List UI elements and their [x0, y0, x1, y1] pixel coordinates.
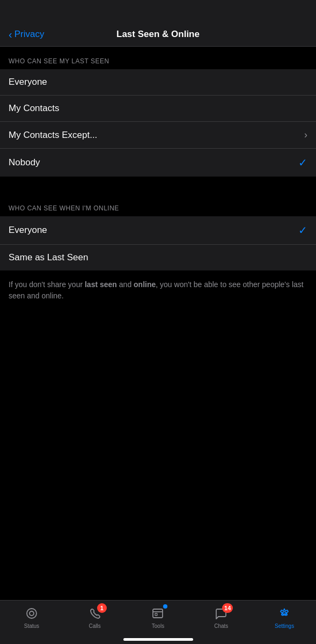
header: ‹ Privacy Last Seen & Online [0, 0, 316, 47]
tools-dot [163, 604, 167, 609]
back-chevron-icon: ‹ [9, 29, 12, 40]
svg-point-1 [30, 611, 34, 616]
tab-icon-wrap-chats: 14 [214, 606, 229, 621]
option-online-everyone-label: Everyone [9, 225, 47, 236]
footer-bold-online: online [134, 280, 156, 289]
option-my-contacts-except[interactable]: My Contacts Except... › [0, 122, 316, 149]
tab-item-calls[interactable]: 1 Calls [63, 606, 127, 629]
last-seen-options-group: Everyone My Contacts My Contacts Except.… [0, 69, 316, 177]
option-same-as-last-seen-label: Same as Last Seen [9, 252, 88, 263]
online-options-group: Everyone ✓ Same as Last Seen [0, 216, 316, 270]
option-same-as-last-seen[interactable]: Same as Last Seen [0, 245, 316, 270]
tab-label-status: Status [24, 623, 39, 629]
tab-bar: Status 1 Calls Tools 14 [0, 600, 316, 644]
back-label: Privacy [14, 29, 45, 40]
tab-label-settings: Settings [275, 623, 294, 629]
tab-label-chats: Chats [214, 623, 228, 629]
tab-icon-wrap-status [24, 606, 39, 621]
tab-item-chats[interactable]: 14 Chats [189, 606, 253, 629]
svg-rect-4 [155, 613, 157, 616]
svg-point-0 [27, 609, 36, 618]
settings-icon [277, 606, 292, 621]
checkmark-online-icon: ✓ [298, 224, 307, 237]
option-online-everyone[interactable]: Everyone ✓ [0, 216, 316, 245]
footer-note: If you don't share your last seen and on… [0, 270, 316, 310]
option-everyone-label: Everyone [9, 77, 47, 87]
section2-label: WHO CAN SEE WHEN I'M ONLINE [0, 194, 316, 216]
option-nobody-label: Nobody [9, 157, 40, 168]
option-everyone[interactable]: Everyone [0, 69, 316, 96]
tab-icon-wrap-calls: 1 [87, 606, 102, 621]
tab-label-calls: Calls [89, 623, 101, 629]
footer-note-text: If you don't share your last seen and on… [9, 280, 304, 300]
page-title: Last Seen & Online [116, 29, 200, 40]
option-my-contacts-label: My Contacts [9, 103, 59, 114]
calls-badge: 1 [97, 603, 107, 613]
tab-label-tools: Tools [152, 623, 164, 629]
tab-item-settings[interactable]: Settings [253, 606, 316, 629]
tab-item-tools[interactable]: Tools [127, 606, 190, 629]
checkmark-icon: ✓ [298, 156, 307, 169]
back-button[interactable]: ‹ Privacy [9, 29, 44, 40]
chats-badge: 14 [222, 603, 233, 613]
option-my-contacts[interactable]: My Contacts [0, 96, 316, 122]
section-separator [0, 177, 316, 194]
tab-icon-wrap-settings [277, 606, 292, 621]
svg-rect-2 [153, 609, 163, 618]
chevron-right-icon: › [304, 129, 307, 141]
status-icon [24, 606, 39, 621]
footer-bold-last-seen: last seen [85, 280, 117, 289]
home-indicator [123, 638, 193, 641]
section1-label: WHO CAN SEE MY LAST SEEN [0, 47, 316, 69]
tab-item-status[interactable]: Status [0, 606, 63, 629]
option-nobody[interactable]: Nobody ✓ [0, 149, 316, 177]
tools-icon [150, 606, 165, 621]
option-my-contacts-except-label: My Contacts Except... [9, 130, 97, 141]
tab-icon-wrap-tools [150, 606, 165, 621]
